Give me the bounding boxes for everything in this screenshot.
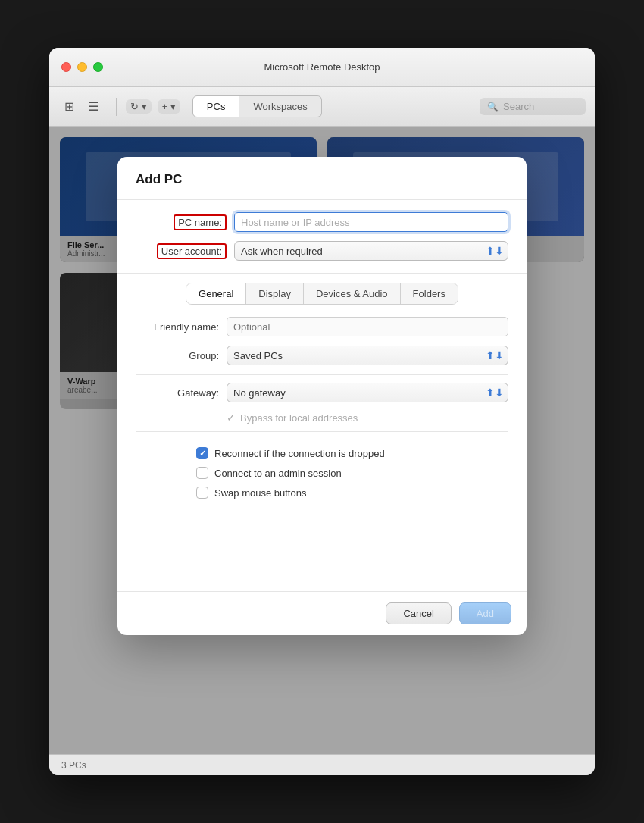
search-bar: 🔍 [480, 98, 586, 115]
content-area: File Ser... Administr... V-Warp areabe..… [49, 127, 595, 754]
traffic-lights [61, 62, 103, 72]
tab-content-general: Friendly name: Group: Saved PCs ⬆⬇ [117, 317, 527, 591]
tab-pcs[interactable]: PCs [192, 95, 240, 117]
reconnect-checkbox-row: ✓ Reconnect if the connection is dropped [196, 447, 508, 459]
separator-1 [136, 374, 508, 375]
swap-mouse-label: Swap mouse buttons [214, 487, 306, 499]
window-title: Microsoft Remote Desktop [264, 61, 380, 73]
modal-title: Add PC [136, 172, 182, 186]
add-button[interactable]: Add [459, 602, 511, 624]
tab-devices-audio[interactable]: Devices & Audio [304, 283, 401, 304]
toolbar: ⊞ ☰ ↻ ▾ + ▾ PCs Workspaces 🔍 [49, 87, 595, 127]
tab-bar: General Display Devices & Audio Folders [186, 283, 458, 305]
swap-mouse-checkbox[interactable] [196, 487, 208, 499]
user-account-label-highlighted: User account: [157, 243, 227, 259]
user-account-row: User account: Ask when required ⬆⬇ [136, 241, 508, 261]
modal-header: Add PC [117, 157, 527, 200]
maximize-button[interactable] [93, 62, 103, 72]
friendly-name-label: Friendly name: [136, 321, 219, 333]
reconnect-label: Reconnect if the connection is dropped [214, 448, 385, 459]
tab-workspaces[interactable]: Workspaces [239, 95, 321, 117]
bypass-label: Bypass for local addresses [240, 412, 358, 424]
reconnect-checkbox[interactable]: ✓ [196, 447, 208, 459]
gateway-label: Gateway: [136, 387, 219, 399]
gateway-row: Gateway: No gateway ⬆⬇ [136, 383, 508, 402]
nav-tabs: PCs Workspaces [192, 95, 322, 117]
gateway-select-wrapper: No gateway ⬆⬇ [227, 383, 508, 402]
gateway-select[interactable]: No gateway [227, 383, 508, 402]
add-button[interactable]: + ▾ [158, 99, 180, 114]
reconnect-checkmark-icon: ✓ [199, 449, 206, 458]
search-icon: 🔍 [487, 102, 499, 112]
title-bar: Microsoft Remote Desktop [49, 48, 595, 87]
pc-name-input[interactable] [234, 212, 508, 232]
gateway-section: Gateway: No gateway ⬆⬇ ✓ Bypass for loca… [136, 383, 508, 424]
group-select[interactable]: Saved PCs [227, 346, 508, 365]
pc-name-label: PC name: [136, 217, 227, 228]
tab-general[interactable]: General [186, 283, 246, 304]
gateway-bypass-row: ✓ Bypass for local addresses [227, 412, 508, 424]
group-label: Group: [136, 350, 219, 361]
admin-session-label: Connect to an admin session [214, 468, 342, 479]
user-account-select-wrapper: Ask when required ⬆⬇ [234, 241, 508, 261]
admin-session-checkbox[interactable] [196, 467, 208, 479]
user-account-label: User account: [136, 246, 227, 257]
group-row: Group: Saved PCs ⬆⬇ [136, 346, 508, 365]
status-text: 3 PCs [61, 760, 86, 771]
list-view-icon[interactable]: ☰ [83, 96, 104, 117]
mac-window: Microsoft Remote Desktop ⊞ ☰ ↻ ▾ + ▾ PCs… [49, 48, 595, 775]
minimize-button[interactable] [77, 62, 87, 72]
view-toggle-group: ⊞ ☰ [58, 96, 104, 117]
user-account-select[interactable]: Ask when required [234, 241, 508, 261]
pc-name-row: PC name: [136, 212, 508, 232]
pc-name-section: PC name: User account: Ask when required [117, 200, 527, 274]
status-bar: 3 PCs [49, 754, 595, 775]
modal-overlay: Add PC PC name: User account: [49, 127, 595, 754]
friendly-name-row: Friendly name: [136, 317, 508, 336]
pc-name-label-highlighted: PC name: [174, 214, 227, 230]
tab-section: General Display Devices & Audio Folders [117, 274, 527, 305]
cancel-button[interactable]: Cancel [386, 602, 451, 624]
add-pc-modal: Add PC PC name: User account: [117, 157, 527, 635]
empty-spacer [136, 518, 508, 579]
checkboxes-section: ✓ Reconnect if the connection is dropped… [136, 440, 508, 518]
search-input[interactable] [503, 101, 578, 112]
swap-mouse-checkbox-row: Swap mouse buttons [196, 487, 508, 499]
modal-footer: Cancel Add [117, 592, 527, 635]
grid-view-icon[interactable]: ⊞ [58, 96, 80, 117]
separator-2 [136, 431, 508, 432]
close-button[interactable] [61, 62, 71, 72]
toolbar-divider-1 [116, 98, 117, 116]
refresh-button[interactable]: ↻ ▾ [126, 99, 152, 114]
group-select-wrapper: Saved PCs ⬆⬇ [227, 346, 508, 365]
bypass-checkmark-icon: ✓ [227, 412, 236, 424]
admin-session-checkbox-row: Connect to an admin session [196, 467, 508, 479]
tab-folders[interactable]: Folders [401, 283, 458, 304]
tab-display[interactable]: Display [246, 283, 304, 304]
friendly-name-input[interactable] [227, 317, 508, 336]
